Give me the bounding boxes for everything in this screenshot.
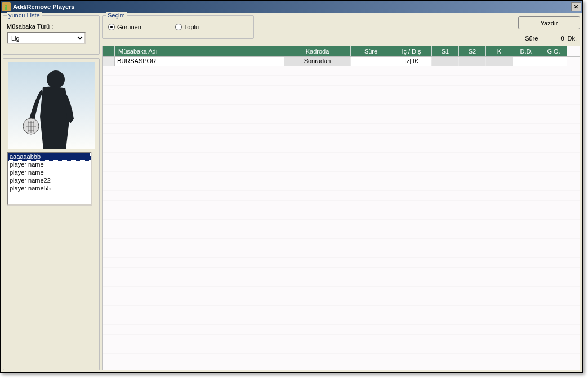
col-header-kadroda[interactable]: Kadroda [284, 46, 351, 56]
radio-visible-dot [108, 24, 115, 30]
print-button[interactable]: Yazdır [518, 16, 580, 29]
window-body: yuncu Liste Müsabaka Türü : Lig [1, 13, 582, 372]
window: Add/Remove Players yuncu Liste Müsabaka … [0, 0, 583, 373]
radio-total-dot [175, 24, 182, 30]
selection-group: Seçim Görünen Toplu [102, 15, 254, 39]
titlebar: Add/Remove Players [1, 1, 582, 13]
cell-dd[interactable] [513, 57, 540, 66]
duration-unit: Dk. [568, 35, 577, 42]
svg-rect-1 [5, 7, 7, 10]
table-row[interactable]: BURSASPOR Sonradan |z||t€ [103, 57, 580, 66]
cell-s2[interactable] [459, 57, 486, 66]
app-icon [2, 2, 11, 11]
cell-s1[interactable] [432, 57, 459, 66]
radio-total-label: Toplu [184, 24, 199, 30]
svg-point-2 [47, 70, 65, 88]
list-item[interactable]: player name [8, 168, 91, 176]
cell-name[interactable]: BURSASPOR [115, 57, 284, 66]
col-header-s2[interactable]: S2 [459, 46, 486, 56]
col-header-dd[interactable]: D.D. [513, 46, 540, 56]
col-header-go[interactable]: G.O. [540, 46, 567, 56]
cell-go[interactable] [540, 57, 567, 66]
col-header-s1[interactable]: S1 [432, 46, 459, 56]
match-type-label: Müsabaka Türü : [7, 23, 96, 30]
cell-kadroda[interactable]: Sonradan [284, 57, 351, 66]
selection-group-title: Seçim [106, 12, 127, 19]
duration-label: Süre [525, 35, 538, 42]
grid-body: BURSASPOR Sonradan |z||t€ [103, 57, 580, 370]
top-right-area: Seçim Görünen Toplu Yazdır [102, 15, 580, 44]
match-grid[interactable]: Müsabaka Adı Kadroda Süre İç / Dış S1 S2… [102, 46, 580, 370]
list-item[interactable]: player name22 [8, 176, 91, 184]
left-panel: yuncu Liste Müsabaka Türü : Lig [3, 15, 100, 370]
radio-total[interactable]: Toplu [175, 24, 199, 30]
duration-display: Süre 0 Dk. [525, 35, 580, 44]
right-panel: Seçim Görünen Toplu Yazdır [102, 15, 580, 370]
cell-sure[interactable] [351, 57, 391, 66]
player-photo [8, 62, 95, 149]
radio-visible[interactable]: Görünen [108, 24, 141, 30]
print-button-label: Yazdır [541, 20, 558, 26]
col-header-k[interactable]: K [486, 46, 513, 56]
close-button[interactable] [571, 2, 581, 11]
radio-visible-label: Görünen [117, 24, 141, 30]
match-type-select[interactable]: Lig [7, 32, 86, 44]
cell-icdis[interactable]: |z||t€ [391, 57, 432, 66]
window-title: Add/Remove Players [13, 3, 571, 10]
cell-k[interactable] [486, 57, 513, 66]
photo-list-group: aaaaaabbbplayer nameplayer nameplayer na… [3, 58, 100, 370]
svg-point-0 [5, 5, 7, 7]
list-item[interactable]: aaaaaabbb [8, 153, 91, 161]
grid-corner [103, 46, 115, 56]
player-listbox[interactable]: aaaaaabbbplayer nameplayer nameplayer na… [7, 152, 92, 206]
list-item[interactable]: player name [8, 161, 91, 168]
col-header-name[interactable]: Müsabaka Adı [115, 46, 284, 56]
player-list-group: yuncu Liste Müsabaka Türü : Lig [3, 15, 100, 55]
col-header-icdis[interactable]: İç / Dış [391, 46, 432, 56]
list-item[interactable]: player name55 [8, 184, 91, 192]
grid-header: Müsabaka Adı Kadroda Süre İç / Dış S1 S2… [103, 46, 580, 57]
col-header-sure[interactable]: Süre [351, 46, 391, 56]
duration-value: 0 [560, 35, 564, 42]
row-indicator [103, 57, 115, 66]
player-list-group-title: yuncu Liste [7, 12, 42, 19]
